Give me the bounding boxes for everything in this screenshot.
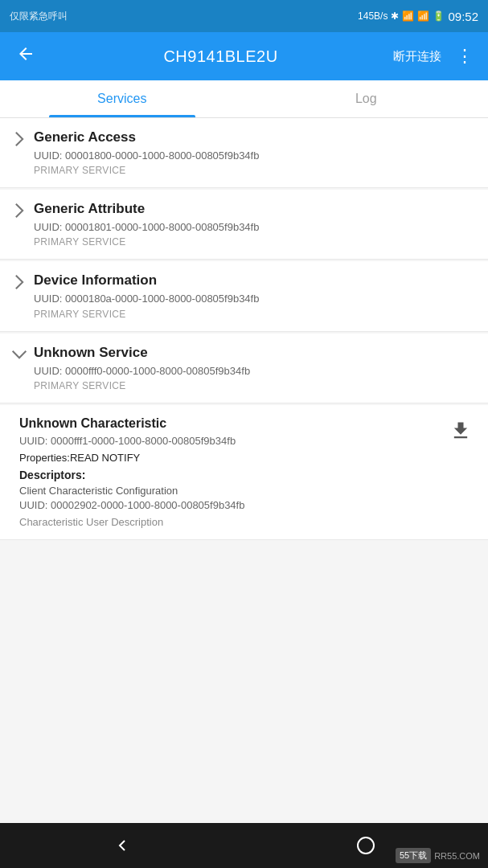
service-name: Device Information — [34, 272, 475, 289]
app-bar: CH9141BLE2U 断开连接 ⋮ — [0, 32, 488, 80]
battery-icon: 🔋 — [433, 10, 445, 22]
service-details: Device Information UUID: 0000180a-0000-1… — [34, 272, 475, 319]
status-icons: 145B/s ✱ 📶 📶 🔋 09:52 — [358, 10, 478, 23]
status-bar: 仅限紧急呼叫 145B/s ✱ 📶 📶 🔋 09:52 — [0, 0, 488, 32]
service-uuid: UUID: 0000fff0-0000-1000-8000-00805f9b34… — [34, 364, 475, 379]
service-item-device-info[interactable]: Device Information UUID: 0000180a-0000-1… — [0, 261, 488, 331]
chevron-right-icon — [11, 274, 34, 290]
descriptor-uuid: UUID: 00002902-0000-1000-8000-00805f9b34… — [19, 498, 244, 513]
status-time: 09:52 — [448, 10, 478, 23]
char-name: Unknown Characteristic — [19, 416, 244, 431]
service-name: Generic Access — [34, 129, 475, 145]
descriptor-name: Client Characteristic Configuration — [19, 485, 244, 497]
tabs-container: Services Log — [0, 80, 488, 118]
properties-label: Properties: — [19, 452, 70, 464]
service-type: PRIMARY SERVICE — [34, 380, 475, 391]
service-details: Unknown Service UUID: 0000fff0-0000-1000… — [34, 345, 475, 391]
properties-value: READ NOTIFY — [70, 452, 140, 464]
services-content: Generic Access UUID: 00001800-0000-1000-… — [0, 118, 488, 821]
tab-services[interactable]: Services — [0, 80, 244, 117]
chevron-down-icon — [11, 346, 34, 362]
bottom-nav: 55下载 RR55.COM — [0, 823, 488, 868]
chevron-right-icon — [11, 203, 34, 219]
disconnect-button[interactable]: 断开连接 — [393, 49, 441, 64]
back-button[interactable] — [10, 38, 42, 75]
char-user-description: Characteristic User Description — [19, 516, 244, 528]
home-nav-button[interactable] — [342, 829, 390, 862]
service-uuid: UUID: 00001800-0000-1000-8000-00805f9b34… — [34, 149, 475, 163]
back-nav-button[interactable] — [98, 829, 146, 862]
service-name: Generic Attribute — [34, 201, 475, 217]
more-options-button[interactable]: ⋮ — [451, 43, 478, 70]
watermark-rr55: RR55.COM — [434, 851, 480, 861]
svg-point-0 — [358, 837, 374, 854]
watermark-55: 55下载 — [396, 848, 431, 863]
service-name: Unknown Service — [34, 345, 475, 361]
status-emergency-text: 仅限紧急呼叫 — [10, 10, 68, 23]
tab-log[interactable]: Log — [244, 80, 489, 117]
char-uuid: UUID: 0000fff1-0000-1000-8000-00805f9b34… — [19, 434, 244, 448]
bluetooth-icon: ✱ — [391, 10, 399, 22]
signal-icon: 📶 — [402, 10, 414, 22]
service-item-unknown[interactable]: Unknown Service UUID: 0000fff0-0000-1000… — [0, 334, 488, 403]
service-item-generic-attribute[interactable]: Generic Attribute UUID: 00001801-0000-10… — [0, 190, 488, 260]
chevron-right-icon — [11, 131, 34, 147]
service-type: PRIMARY SERVICE — [34, 309, 475, 320]
service-type: PRIMARY SERVICE — [34, 165, 475, 176]
wifi-icon: 📶 — [417, 10, 429, 22]
char-properties: Properties:READ NOTIFY — [19, 452, 244, 464]
status-icon-speed: 145B/s — [358, 10, 388, 22]
descriptors-label: Descriptors: — [19, 469, 244, 481]
download-button[interactable] — [446, 416, 475, 445]
device-title: CH9141BLE2U — [48, 47, 393, 66]
characteristic-item-unknown: Unknown Characteristic UUID: 0000fff1-00… — [0, 405, 488, 540]
service-uuid: UUID: 0000180a-0000-1000-8000-00805f9b34… — [34, 292, 475, 306]
service-item-generic-access[interactable]: Generic Access UUID: 00001800-0000-1000-… — [0, 118, 488, 188]
service-details: Generic Access UUID: 00001800-0000-1000-… — [34, 129, 475, 176]
service-details: Generic Attribute UUID: 00001801-0000-10… — [34, 201, 475, 248]
service-uuid: UUID: 00001801-0000-1000-8000-00805f9b34… — [34, 220, 475, 235]
service-type: PRIMARY SERVICE — [34, 236, 475, 248]
